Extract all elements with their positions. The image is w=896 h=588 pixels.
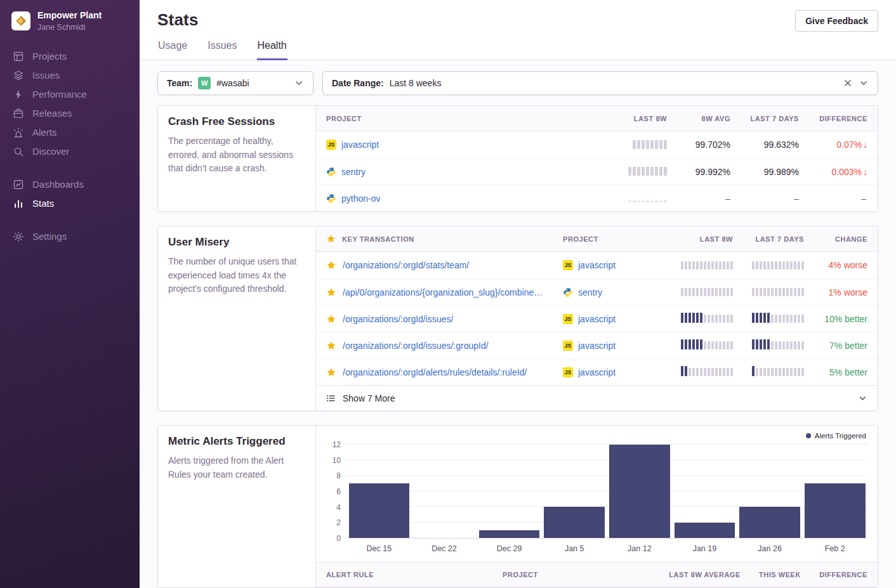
table-row: sentry99.992%99.989%0.003%↓ xyxy=(316,158,878,185)
metric-alerts-panel: Metric Alerts Triggered Alerts triggered… xyxy=(157,425,878,588)
project-link[interactable]: javascript xyxy=(341,140,379,150)
star-icon[interactable] xyxy=(326,367,336,377)
x-axis-label: Jan 12 xyxy=(607,544,673,553)
crash-free-sessions-panel: Crash Free Sessions The percentage of he… xyxy=(157,105,878,212)
chevron-down-icon xyxy=(858,393,867,403)
bar-chart: 024681012 xyxy=(326,445,867,539)
chart-bar[interactable] xyxy=(737,445,803,538)
x-axis-label: Dec 22 xyxy=(412,544,477,553)
chart-bar[interactable] xyxy=(412,445,477,538)
sidebar-item-label: Issues xyxy=(32,70,60,81)
sidebar-item-releases[interactable]: Releases xyxy=(0,104,140,123)
table-header-row: ProjectLast 8W8W AvgLast 7 DaysDifferenc… xyxy=(316,106,878,131)
y-axis-label: 0 xyxy=(336,534,341,543)
x-axis-label: Dec 29 xyxy=(477,544,542,553)
table-row: python-ov––– xyxy=(316,185,878,211)
sidebar-item-issues[interactable]: Issues xyxy=(0,66,140,85)
clear-icon[interactable] xyxy=(843,78,853,88)
user-misery-table: Key TransactionProjectLast 8WLast 7 Days… xyxy=(316,226,878,410)
difference-value: 0.003%↓ xyxy=(799,167,867,177)
transaction-link[interactable]: /organizations/:orgId/issues/ xyxy=(343,314,453,324)
project-link[interactable]: sentry xyxy=(341,167,366,177)
team-avatar: W xyxy=(198,77,211,89)
star-icon[interactable] xyxy=(326,341,336,351)
tab-usage[interactable]: Usage xyxy=(157,40,188,60)
python-icon xyxy=(326,167,336,177)
star-icon[interactable] xyxy=(326,287,336,297)
project-link[interactable]: sentry xyxy=(578,287,602,297)
filter-row: Team: W #wasabi Date Range: Last 8 weeks xyxy=(157,71,878,95)
projects-icon xyxy=(13,51,24,62)
javascript-icon: JS xyxy=(563,260,573,270)
star-icon[interactable] xyxy=(326,314,336,324)
sidebar-item-discover[interactable]: Discover xyxy=(0,142,140,161)
python-icon xyxy=(326,193,336,204)
column-header: Difference xyxy=(799,115,867,122)
x-axis-label: Feb 2 xyxy=(802,544,867,553)
team-label: Team: xyxy=(167,78,192,88)
date-range-select[interactable]: Date Range: Last 8 weeks xyxy=(322,71,878,95)
sparkline-bars xyxy=(752,286,804,296)
transaction-link[interactable]: /organizations/:orgId/stats/team/ xyxy=(343,260,469,270)
avg-value: 99.992% xyxy=(667,167,730,177)
difference-value: – xyxy=(799,193,867,204)
chart-bar[interactable] xyxy=(542,445,607,538)
table-row: JSjavascript99.702%99.632%0.07%↓ xyxy=(316,131,878,158)
difference-value: 0.07%↓ xyxy=(799,140,867,150)
sparkline-bars xyxy=(681,313,733,323)
sidebar-item-settings[interactable]: Settings xyxy=(0,227,140,246)
sidebar-item-dashboards[interactable]: Dashboards xyxy=(0,175,140,194)
column-header: Difference xyxy=(801,571,867,578)
project-link[interactable]: javascript xyxy=(578,260,616,270)
app-root: Empower Plant Jane Schmidt ProjectsIssue… xyxy=(0,0,896,588)
team-select[interactable]: Team: W #wasabi xyxy=(157,71,313,95)
user-misery-panel: User Misery The number of unique users t… xyxy=(157,226,878,411)
content: Team: W #wasabi Date Range: Last 8 weeks xyxy=(140,60,896,588)
sidebar-item-performance[interactable]: Performance xyxy=(0,85,140,104)
star-icon[interactable] xyxy=(326,260,336,270)
org-logo-icon xyxy=(15,15,27,27)
issues-icon xyxy=(13,70,24,81)
sidebar-item-stats[interactable]: Stats xyxy=(0,194,140,213)
transaction-link[interactable]: /api/0/organizations/{organization_slug}… xyxy=(343,287,543,297)
sidebar-item-projects[interactable]: Projects xyxy=(0,47,140,66)
show-more-button[interactable]: Show 7 More xyxy=(316,385,878,410)
chart-bar[interactable] xyxy=(802,445,867,538)
sidebar-item-label: Dashboards xyxy=(32,179,84,190)
org-switcher[interactable]: Empower Plant Jane Schmidt xyxy=(0,0,140,47)
panel-description: User Misery The number of unique users t… xyxy=(158,226,316,410)
legend-dot xyxy=(806,433,811,438)
trend-down-icon: ↓ xyxy=(863,140,867,150)
last7-value: 99.989% xyxy=(730,167,799,177)
date-range-label: Date Range: xyxy=(332,78,384,88)
sparkline-bars xyxy=(633,139,667,149)
org-avatar xyxy=(11,11,30,30)
project-link[interactable]: javascript xyxy=(578,314,616,324)
y-axis-label: 10 xyxy=(333,456,341,465)
project-link[interactable]: javascript xyxy=(578,341,616,351)
give-feedback-button[interactable]: Give Feedback xyxy=(795,10,878,32)
crash-free-table: ProjectLast 8W8W AvgLast 7 DaysDifferenc… xyxy=(316,106,878,211)
releases-icon xyxy=(13,108,24,119)
chart-bar[interactable] xyxy=(477,445,542,538)
x-axis-label: Jan 19 xyxy=(672,544,737,553)
transaction-link[interactable]: /organizations/:orgId/alerts/rules/detai… xyxy=(343,367,527,377)
sidebar-item-label: Performance xyxy=(32,89,87,100)
y-axis-label: 2 xyxy=(336,518,341,527)
chart-bar[interactable] xyxy=(672,445,737,538)
project-link[interactable]: javascript xyxy=(578,367,616,377)
change-value: 7% better xyxy=(804,341,867,351)
tab-issues[interactable]: Issues xyxy=(207,40,237,60)
panel-description-text: Alerts triggered from the Alert Rules yo… xyxy=(168,454,305,481)
chart-bar[interactable] xyxy=(607,445,673,538)
transaction-link[interactable]: /organizations/:orgId/issues/:groupId/ xyxy=(343,341,489,351)
tab-bar: UsageIssuesHealth xyxy=(140,32,896,60)
sidebar-item-alerts[interactable]: Alerts xyxy=(0,123,140,142)
page-header: Stats Give Feedback xyxy=(140,0,896,32)
change-value: 4% worse xyxy=(804,260,867,270)
chart-bar[interactable] xyxy=(346,445,412,538)
sparkline-bars xyxy=(681,366,733,376)
tab-health[interactable]: Health xyxy=(257,40,287,60)
project-link[interactable]: python-ov xyxy=(341,193,380,204)
column-header: Project xyxy=(503,571,629,578)
